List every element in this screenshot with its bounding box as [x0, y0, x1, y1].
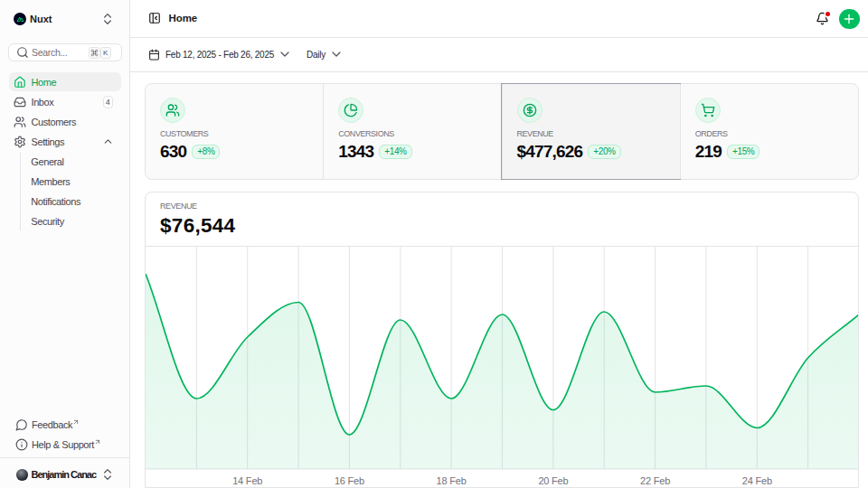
- svg-text:20 Feb: 20 Feb: [538, 475, 568, 486]
- svg-text:14 Feb: 14 Feb: [232, 475, 262, 486]
- svg-text:22 Feb: 22 Feb: [640, 475, 670, 486]
- svg-text:24 Feb: 24 Feb: [742, 475, 772, 486]
- svg-text:16 Feb: 16 Feb: [335, 475, 364, 486]
- svg-text:18 Feb: 18 Feb: [437, 475, 467, 486]
